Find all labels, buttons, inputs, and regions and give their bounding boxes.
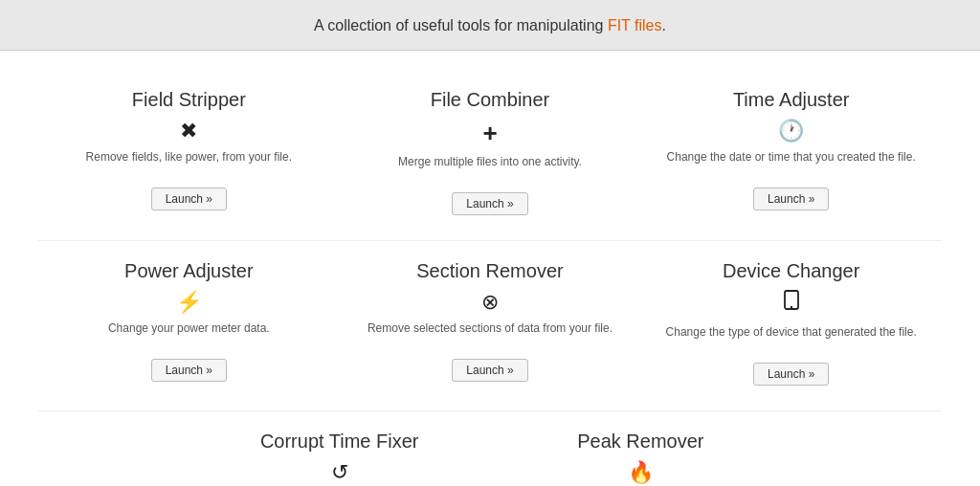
fit-files-link[interactable]: FIT files: [608, 17, 662, 33]
tool-card-peak-remover: Peak Remover 🔥 Remove high power or hear…: [490, 411, 791, 486]
header-text-after: .: [662, 17, 666, 33]
time-adjuster-title: Time Adjuster: [659, 89, 923, 111]
power-adjuster-desc: Change your power meter data.: [57, 320, 321, 347]
plus-icon: +: [359, 119, 622, 148]
device-changer-launch-button[interactable]: Launch »: [753, 363, 829, 386]
main-content: Field Stripper ✖ Remove fields, like pow…: [0, 51, 980, 486]
tool-card-section-remover: Section Remover ⊗ Remove selected sectio…: [340, 241, 641, 401]
tool-card-corrupt-time-fixer: Corrupt Time Fixer ↺ Fix files with corr…: [189, 411, 490, 486]
tool-card-device-changer: Device Changer Change the type of device…: [640, 241, 942, 401]
tool-card-field-stripper: Field Stripper ✖ Remove fields, like pow…: [38, 70, 340, 231]
corrupt-time-fixer-title: Corrupt Time Fixer: [208, 431, 471, 453]
circle-x-icon: ⊗: [359, 290, 622, 315]
section-remover-desc: Remove selected sections of data from yo…: [359, 320, 622, 347]
lightning-icon: ⚡: [57, 290, 321, 315]
clock-icon: 🕐: [659, 119, 923, 144]
header-text: A collection of useful tools for manipul…: [314, 17, 608, 33]
power-adjuster-title: Power Adjuster: [57, 260, 321, 282]
tool-card-file-combiner: File Combiner + Merge multiple files int…: [340, 70, 641, 231]
tools-row-2: Power Adjuster ⚡ Change your power meter…: [38, 241, 942, 401]
file-combiner-desc: Merge multiple files into one activity.: [359, 154, 622, 181]
tool-card-power-adjuster: Power Adjuster ⚡ Change your power meter…: [38, 241, 340, 401]
svg-point-1: [790, 306, 791, 308]
peak-remover-title: Peak Remover: [509, 431, 772, 453]
device-changer-title: Device Changer: [659, 260, 923, 282]
time-adjuster-desc: Change the date or time that you created…: [659, 149, 923, 176]
file-combiner-title: File Combiner: [359, 89, 622, 111]
flame-icon: 🔥: [509, 460, 772, 485]
device-changer-desc: Change the type of device that generated…: [659, 324, 923, 351]
tool-card-time-adjuster: Time Adjuster 🕐 Change the date or time …: [640, 70, 942, 231]
sync-icon: ↺: [331, 460, 348, 485]
device-icon: [659, 290, 923, 319]
time-adjuster-launch-button[interactable]: Launch »: [753, 188, 829, 210]
field-stripper-desc: Remove fields, like power, from your fil…: [57, 149, 321, 176]
x-icon: ✖: [57, 119, 321, 144]
tools-row-1: Field Stripper ✖ Remove fields, like pow…: [38, 70, 942, 231]
field-stripper-launch-button[interactable]: Launch »: [151, 188, 227, 210]
file-combiner-launch-button[interactable]: Launch »: [452, 192, 527, 215]
field-stripper-title: Field Stripper: [57, 89, 321, 111]
section-remover-launch-button[interactable]: Launch »: [452, 359, 527, 382]
section-remover-title: Section Remover: [359, 260, 622, 282]
header-bar: A collection of useful tools for manipul…: [0, 0, 980, 51]
power-adjuster-launch-button[interactable]: Launch »: [151, 359, 227, 382]
tools-row-3: Corrupt Time Fixer ↺ Fix files with corr…: [38, 411, 942, 486]
